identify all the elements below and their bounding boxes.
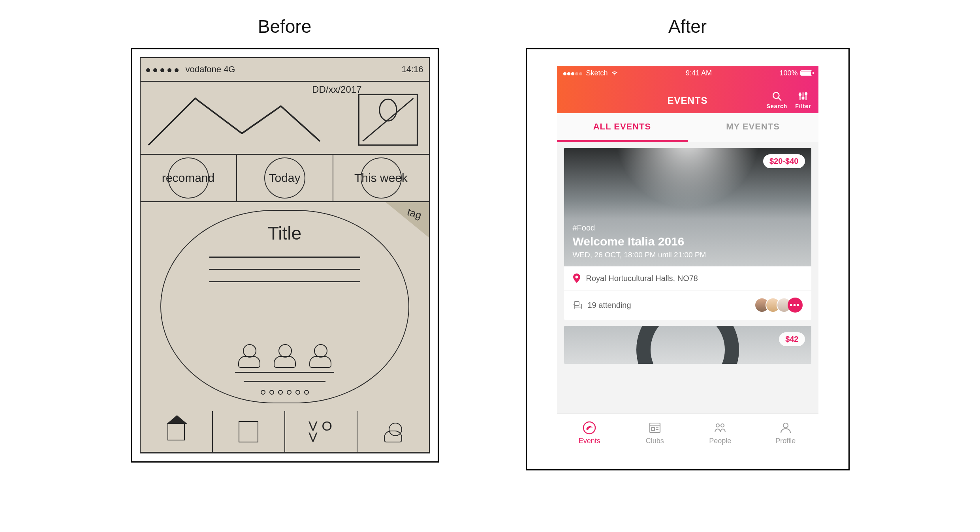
nav-bar: EVENTS Search Filter: [557, 80, 818, 113]
status-time: 9:41 AM: [686, 69, 712, 77]
sketch-tab-today[interactable]: Today: [237, 155, 333, 201]
signal-icon: [563, 69, 583, 77]
tab-my-events[interactable]: MY EVENTS: [688, 113, 818, 142]
sketch-status-bar: vodafone 4G 14:16: [141, 58, 429, 82]
event-feed[interactable]: $20-$40 #Food Welcome Italia 2016 WED, 2…: [557, 142, 818, 413]
segment-tabs: ALL EVENTS MY EVENTS: [557, 113, 818, 142]
carrier-label: Sketch: [586, 69, 608, 77]
svg-point-1: [379, 99, 396, 121]
event-datetime: WED, 26 OCT, 18:00 PM until 21:00 PM: [573, 251, 706, 259]
price-chip: $42: [779, 332, 805, 346]
svg-point-18: [716, 424, 719, 427]
svg-point-10: [805, 93, 807, 95]
page-title: EVENTS: [667, 95, 707, 106]
tab-events[interactable]: Events: [557, 414, 623, 453]
sketch-card: tag Title: [141, 202, 429, 411]
tab-label: Events: [579, 437, 600, 445]
home-icon: [167, 423, 185, 440]
before-frame: vodafone 4G 14:16 DD/xx/2017 recomand To…: [131, 48, 439, 463]
tab-clubs[interactable]: Clubs: [622, 414, 688, 453]
sketch-time: 14:16: [401, 64, 423, 75]
before-label: Before: [258, 16, 312, 37]
after-label: After: [668, 16, 707, 37]
event-hero: $42: [564, 326, 811, 364]
tab-people[interactable]: People: [688, 414, 753, 453]
sketch-card-title: Title: [268, 223, 301, 244]
sketch-tabbar: V OV: [141, 411, 429, 453]
after-frame: Sketch 9:41 AM 100% EVENTS Search: [526, 48, 850, 470]
phone-mock: Sketch 9:41 AM 100% EVENTS Search: [557, 66, 818, 453]
svg-point-19: [721, 424, 724, 427]
event-hero: $20-$40 #Food Welcome Italia 2016 WED, 2…: [564, 148, 811, 266]
svg-point-3: [773, 92, 779, 98]
mountain-sketch-icon: [141, 82, 429, 154]
svg-line-2: [363, 98, 413, 141]
svg-point-20: [783, 423, 788, 428]
signal-dots-icon: [146, 64, 182, 75]
sketch-tab-thisweek[interactable]: This week: [333, 155, 429, 201]
person-icon: [308, 343, 333, 368]
sketch-tabs: recomand Today This week: [141, 155, 429, 202]
sliders-icon: [798, 91, 808, 101]
pin-icon: [573, 273, 581, 283]
person-icon: [272, 343, 297, 368]
sketch-text-line: [209, 257, 360, 258]
search-icon: [772, 91, 782, 101]
svg-rect-15: [651, 427, 655, 431]
sketch-tab-vv[interactable]: V OV: [285, 411, 357, 452]
people-icon: [713, 421, 727, 435]
sketch-date-text: DD/xx/2017: [312, 84, 361, 95]
svg-rect-11: [574, 302, 579, 305]
bottom-tabbar: Events Clubs People Profile: [557, 413, 818, 453]
wifi-icon: [611, 70, 618, 76]
tab-label: People: [709, 437, 731, 445]
sketch-card-oval: Title: [160, 210, 409, 403]
battery-icon: [800, 70, 812, 76]
sketch-sub-line: [244, 381, 325, 382]
tab-label: Profile: [775, 437, 796, 445]
seat-icon: [573, 301, 582, 309]
filter-button[interactable]: Filter: [795, 91, 811, 109]
sketch-pager: [261, 390, 309, 395]
attending-count: 19 attending: [588, 301, 631, 310]
event-location-row: Royal Hortucultural Halls, NO78: [564, 266, 811, 290]
tab-profile[interactable]: Profile: [753, 414, 818, 453]
event-card[interactable]: $42: [564, 326, 811, 364]
newspaper-icon: [648, 421, 662, 435]
sketch-tag-corner: [386, 202, 429, 238]
event-card[interactable]: $20-$40 #Food Welcome Italia 2016 WED, 2…: [564, 148, 811, 320]
price-chip: $20-$40: [763, 154, 805, 168]
sketch-carrier: vodafone 4G: [186, 64, 235, 75]
search-label: Search: [767, 103, 788, 109]
tab-all-events[interactable]: ALL EVENTS: [557, 113, 688, 142]
sketch-tab-home[interactable]: [141, 411, 213, 452]
sketch-banner: DD/xx/2017: [141, 82, 429, 155]
sketch-tab-doc[interactable]: [213, 411, 285, 452]
arch-photo-icon: [636, 326, 739, 364]
event-attending-row: 19 attending •••: [564, 290, 811, 320]
sketch-tab-profile[interactable]: [357, 411, 429, 452]
after-column: After Sketch 9:41 AM 100% EVENT: [526, 16, 850, 516]
attendee-avatars: •••: [758, 298, 803, 313]
status-bar: Sketch 9:41 AM 100%: [557, 66, 818, 80]
svg-line-4: [778, 97, 781, 101]
sketch-avatars: [237, 343, 333, 368]
before-column: Before vodafone 4G 14:16 DD/xx/2017 reco…: [131, 16, 439, 516]
more-attendees-button[interactable]: •••: [788, 298, 803, 313]
svg-point-8: [799, 94, 801, 96]
vv-icon: V OV: [308, 421, 333, 442]
sketch-wireframe: vodafone 4G 14:16 DD/xx/2017 recomand To…: [140, 57, 430, 453]
sketch-sub-line: [235, 372, 334, 373]
event-title: Welcome Italia 2016: [573, 235, 685, 248]
search-button[interactable]: Search: [767, 91, 788, 109]
app-header: Sketch 9:41 AM 100% EVENTS Search: [557, 66, 818, 113]
person-icon: [237, 343, 262, 368]
document-icon: [239, 421, 258, 442]
svg-point-9: [802, 97, 804, 99]
event-tag: #Food: [573, 223, 595, 232]
battery-label: 100%: [779, 69, 798, 77]
event-location: Royal Hortucultural Halls, NO78: [586, 274, 698, 283]
sketch-text-line: [209, 281, 360, 282]
tab-label: Clubs: [646, 437, 664, 445]
sketch-tab-recommend[interactable]: recomand: [141, 155, 237, 201]
